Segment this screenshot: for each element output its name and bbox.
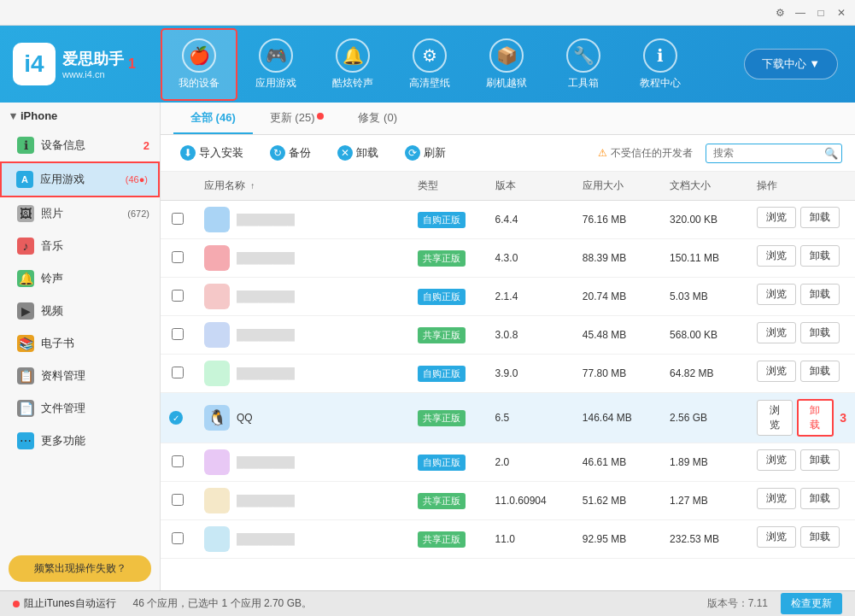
uninstall-num-3: 3 <box>840 411 846 425</box>
row-actions-cell: 浏览卸载 <box>748 278 855 311</box>
table-row: ████████共享正版3.0.845.48 MB568.00 KB浏览卸载 <box>161 316 855 355</box>
browse-button[interactable]: 浏览 <box>757 449 796 471</box>
row-checkbox[interactable] <box>172 455 184 467</box>
row-checkbox[interactable] <box>172 367 184 378</box>
uninstall-btn[interactable]: ✕ 卸载 <box>331 142 385 164</box>
table-row: ████████自购正版2.046.61 MB1.89 MB浏览卸载 <box>161 443 855 482</box>
untrusted-label: ⚠ 不受信任的开发者 <box>598 146 693 161</box>
uninstall-button[interactable]: 卸载 <box>800 284 840 305</box>
sidebar-item-apps[interactable]: A 应用游戏 (46●) <box>0 161 160 197</box>
nav-ringtones[interactable]: 🔔 酷炫铃声 <box>314 30 391 99</box>
version-info: 版本号：7.11 <box>707 596 768 611</box>
col-name[interactable]: 应用名称 ↑ <box>196 172 409 201</box>
search-input[interactable] <box>713 147 824 159</box>
app-icon <box>204 207 230 232</box>
browse-button[interactable]: 浏览 <box>757 488 796 509</box>
uninstall-button[interactable]: 卸载 <box>800 526 840 548</box>
settings-btn[interactable]: ⚙ <box>770 3 789 22</box>
untrusted-text: 不受信任的开发者 <box>611 146 693 161</box>
row-checkbox-cell[interactable] <box>161 482 196 520</box>
trouble-btn[interactable]: 频繁出现操作失败？ <box>9 555 151 582</box>
minimize-btn[interactable]: — <box>791 3 810 22</box>
app-icon <box>204 284 230 309</box>
check-update-btn[interactable]: 检查更新 <box>781 593 842 614</box>
close-btn[interactable]: ✕ <box>832 3 851 22</box>
row-checkbox-cell[interactable] <box>161 355 196 393</box>
row-checkbox[interactable] <box>172 328 184 340</box>
nav-my-device-icon: 🍎 <box>182 38 216 73</box>
browse-button[interactable]: 浏览 <box>757 322 796 343</box>
sidebar-item-device-info[interactable]: ℹ 设备信息 2 <box>0 129 160 161</box>
uninstall-button[interactable]: 卸载 <box>797 399 834 437</box>
browse-button[interactable]: 浏览 <box>757 361 796 382</box>
uninstall-button[interactable]: 卸载 <box>800 245 840 267</box>
uninstall-button[interactable]: 卸载 <box>800 207 840 228</box>
col-checkbox <box>161 172 196 201</box>
refresh-label: 刷新 <box>424 145 446 161</box>
itunes-stop-btn[interactable]: 阻止iTunes自动运行 <box>13 596 116 611</box>
backup-label: 备份 <box>289 145 311 161</box>
browse-button[interactable]: 浏览 <box>757 526 796 548</box>
row-checkbox[interactable] <box>172 532 184 544</box>
nav-items: 🍎 我的设备 🎮 应用游戏 🔔 酷炫铃声 ⚙ 高清壁纸 📦 刷机越狱 🔧 工具箱… <box>161 28 744 101</box>
sidebar-item-more[interactable]: ⋯ 更多功能 <box>0 425 160 457</box>
refresh-btn[interactable]: ⟳ 刷新 <box>398 142 453 164</box>
app-name-text: ████████ <box>237 252 295 264</box>
row-checkbox-cell[interactable]: ✓ <box>161 393 196 443</box>
sidebar-item-file-mgmt[interactable]: 📄 文件管理 <box>0 392 160 425</box>
row-checkbox[interactable] <box>172 213 184 225</box>
nav-apps-icon: 🎮 <box>259 38 293 73</box>
row-actions-cell: 浏览卸载 <box>748 355 855 388</box>
download-center-btn[interactable]: 下载中心 ▼ <box>744 49 838 79</box>
sidebar-item-data-mgmt[interactable]: 📋 资料管理 <box>0 360 160 392</box>
row-checkbox-cell[interactable] <box>161 316 196 355</box>
import-install-btn[interactable]: ⬇ 导入安装 <box>173 142 250 164</box>
search-icon: 🔍 <box>824 147 838 160</box>
row-checkbox-cell[interactable] <box>161 278 196 316</box>
browse-button[interactable]: 浏览 <box>757 245 796 267</box>
row-checkbox-cell[interactable] <box>161 239 196 278</box>
sidebar-item-music[interactable]: ♪ 音乐 <box>0 230 160 262</box>
app-name-text: ████████ <box>237 533 295 545</box>
browse-button[interactable]: 浏览 <box>757 400 792 436</box>
uninstall-button[interactable]: 卸载 <box>800 322 840 343</box>
data-mgmt-icon: 📋 <box>17 367 34 384</box>
sidebar-item-ringtones[interactable]: 🔔 铃声 <box>0 262 160 295</box>
table-header-row: 应用名称 ↑ 类型 版本 应用大小 文档大小 操作 <box>161 172 855 201</box>
browse-button[interactable]: 浏览 <box>757 284 796 305</box>
sidebar-item-photos[interactable]: 🖼 照片 (672) <box>0 197 160 230</box>
row-version-cell: 11.0.60904 <box>487 482 574 520</box>
browse-button[interactable]: 浏览 <box>757 207 796 228</box>
row-doc-size-cell: 150.11 MB <box>661 239 748 278</box>
sidebar: iPhone ℹ 设备信息 2 A 应用游戏 (46●) 🖼 照片 (672) … <box>0 103 161 590</box>
tab-repair[interactable]: 修复 (0) <box>341 103 414 134</box>
nav-apps[interactable]: 🎮 应用游戏 <box>237 30 314 99</box>
maximize-btn[interactable]: □ <box>811 3 830 22</box>
row-checkbox-cell[interactable] <box>161 443 196 482</box>
nav-tools[interactable]: 🔧 工具箱 <box>545 30 622 99</box>
row-checkbox[interactable] <box>172 290 184 302</box>
nav-tutorials[interactable]: ℹ 教程中心 <box>622 30 699 99</box>
sidebar-item-video[interactable]: ▶ 视频 <box>0 295 160 327</box>
uninstall-button[interactable]: 卸载 <box>800 449 840 471</box>
row-checkbox-cell[interactable] <box>161 520 196 559</box>
nav-jailbreak[interactable]: 📦 刷机越狱 <box>468 30 545 99</box>
nav-wallpapers[interactable]: ⚙ 高清壁纸 <box>391 30 468 99</box>
checked-circle: ✓ <box>169 411 183 425</box>
uninstall-button[interactable]: 卸载 <box>800 488 840 509</box>
nav-my-device[interactable]: 🍎 我的设备 <box>161 28 237 101</box>
type-badge: 自购正版 <box>418 455 466 471</box>
backup-btn[interactable]: ↻ 备份 <box>263 142 318 164</box>
tab-update[interactable]: 更新 (25)● <box>253 103 342 134</box>
tab-all[interactable]: 全部 (46) <box>173 103 253 134</box>
row-checkbox[interactable] <box>172 494 184 506</box>
logo-text: 爱思助手 www.i4.cn <box>62 49 124 79</box>
device-label: iPhone <box>0 103 160 129</box>
row-checkbox[interactable] <box>172 251 184 263</box>
sidebar-item-ebooks[interactable]: 📚 电子书 <box>0 327 160 360</box>
uninstall-button[interactable]: 卸载 <box>800 361 840 382</box>
row-checkbox-cell[interactable] <box>161 201 196 239</box>
row-version-cell: 6.5 <box>487 393 574 443</box>
row-name-cell: ████████ <box>196 520 409 559</box>
search-box[interactable]: 🔍 <box>706 144 842 163</box>
